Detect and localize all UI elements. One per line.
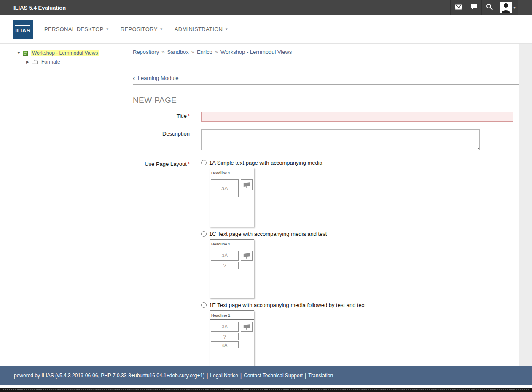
layout-radio-1a[interactable] [201, 160, 207, 165]
layout-thumbnail-1a[interactable]: Headline 1 aA [210, 168, 254, 227]
layout-option-1c: 1C Text page with accompanying media and… [201, 231, 519, 298]
required-marker: * [188, 161, 190, 167]
page-layout-label: Use Page Layout* [133, 160, 190, 366]
label-text: Description [162, 131, 190, 137]
text-block-placeholder: aA [211, 322, 239, 332]
text-block-placeholder: aA [211, 179, 239, 197]
top-bar: ILIAS 5.4 Evaluation ▾ [0, 0, 532, 15]
search-button[interactable] [481, 0, 497, 15]
footer-link-translation[interactable]: Translation [308, 373, 333, 379]
breadcrumb-separator: » [191, 49, 194, 55]
learning-module-icon [23, 51, 29, 56]
chevron-down-icon: ▼ [160, 27, 163, 31]
footer: powered by ILIAS (v5.4.3 2019-06-06, PHP… [0, 366, 532, 385]
tree-expand-toggle[interactable]: ▼ [17, 51, 23, 55]
footer-separator: | [305, 373, 306, 379]
chevron-down-icon: ▾ [513, 5, 516, 10]
media-icon [241, 251, 253, 261]
breadcrumb-item[interactable]: Sandbox [167, 49, 188, 55]
form-row-title: Title* [133, 112, 519, 122]
layout-radio-row-1a[interactable]: 1A Simple text page with accompanying me… [201, 160, 519, 166]
chat-icon [470, 4, 477, 12]
nav-label: PERSONAL DESKTOP [44, 26, 104, 32]
text-block-placeholder: aA [211, 341, 239, 348]
layout-option-1e: 1E Text page with accompanying media fol… [201, 302, 519, 366]
media-icon [241, 322, 253, 332]
tree-item-formate[interactable]: Formate [40, 59, 62, 65]
tree-row: ▼ Workshop - Lernmodul Views [0, 48, 126, 57]
layout-radio-1c[interactable] [201, 231, 207, 237]
nav-label: ADMINISTRATION [175, 26, 223, 32]
tree-row: ▶ Formate [0, 57, 126, 66]
back-link-label: Learning Module [138, 75, 179, 81]
main-panel: Repository»Sandbox»Enrico»Workshop - Ler… [126, 44, 532, 366]
thumbnail-headline: Headline 1 [210, 311, 254, 320]
layout-radio-1e[interactable] [201, 302, 207, 308]
folder-icon [32, 59, 38, 64]
layout-radio-row-1e[interactable]: 1E Text page with accompanying media fol… [201, 302, 519, 308]
required-marker: * [188, 113, 190, 119]
description-label: Description [133, 129, 190, 152]
page-title: NEW PAGE [133, 96, 519, 105]
form-row-description: Description [133, 129, 519, 152]
breadcrumb-item[interactable]: Enrico [197, 49, 212, 55]
title-label: Title* [133, 112, 190, 122]
footer-separator: | [207, 373, 208, 379]
app-title: ILIAS 5.4 Evaluation [13, 5, 66, 11]
breadcrumb: Repository»Sandbox»Enrico»Workshop - Ler… [133, 49, 519, 55]
footer-link-legal-notice[interactable]: Legal Notice [210, 373, 238, 379]
thumbnail-headline: Headline 1 [210, 240, 254, 248]
form-row-page-layout: Use Page Layout* 1A Simple text page wit… [133, 160, 519, 366]
layout-option-label: 1A Simple text page with accompanying me… [209, 160, 322, 166]
tree-item-workshop[interactable]: Workshop - Lernmodul Views [31, 50, 99, 56]
divider [133, 84, 519, 85]
breadcrumb-separator: » [161, 49, 164, 55]
repository-tree-sidebar: ▼ Workshop - Lernmodul Views ▶ Formate [0, 44, 126, 366]
layout-thumbnail-1e[interactable]: Headline 1 aA ? aA [210, 310, 254, 366]
chevron-down-icon: ▼ [225, 27, 228, 31]
title-input[interactable] [201, 112, 513, 122]
chevron-left-icon: ‹ [133, 76, 135, 81]
layout-option-1a: 1A Simple text page with accompanying me… [201, 160, 519, 227]
powered-by-text: powered by ILIAS (v5.4.3 2019-06-06, PHP… [14, 373, 204, 379]
search-icon [486, 3, 493, 12]
topbar-actions: ▾ [450, 0, 518, 15]
label-text: Use Page Layout [145, 161, 187, 167]
back-link-learning-module[interactable]: ‹ Learning Module [133, 75, 179, 81]
new-page-form: Title* Description [133, 112, 519, 366]
tree-expand-toggle[interactable]: ▶ [26, 60, 32, 64]
content-area: ▼ Workshop - Lernmodul Views ▶ Formate R… [0, 44, 532, 366]
footer-link-contact-support[interactable]: Contact Technical Support [244, 373, 303, 379]
footer-separator: | [240, 373, 242, 379]
breadcrumb-separator: » [215, 49, 218, 55]
breadcrumb-item[interactable]: Workshop - Lernmodul Views [220, 49, 292, 55]
nav-repository[interactable]: REPOSITORY ▼ [121, 26, 163, 32]
main-header: ILIAS PERSONAL DESKTOP ▼ REPOSITORY ▼ AD… [0, 15, 532, 44]
mail-button[interactable] [450, 0, 466, 15]
mail-icon [455, 4, 462, 11]
page-content: Repository»Sandbox»Enrico»Workshop - Ler… [126, 44, 519, 366]
chevron-down-icon: ▼ [106, 27, 109, 31]
ilias-logo[interactable]: ILIAS [13, 20, 33, 39]
user-menu-button[interactable]: ▾ [497, 0, 518, 15]
description-textarea[interactable] [201, 129, 480, 150]
layout-option-label: 1E Text page with accompanying media fol… [209, 302, 366, 308]
question-block-placeholder: ? [211, 262, 239, 269]
layout-radio-row-1c[interactable]: 1C Text page with accompanying media and… [201, 231, 519, 237]
nav-administration[interactable]: ADMINISTRATION ▼ [175, 26, 228, 32]
question-block-placeholder: ? [211, 333, 239, 340]
chat-button[interactable] [466, 0, 481, 15]
bottom-bar [0, 388, 532, 392]
breadcrumb-item[interactable]: Repository [133, 49, 159, 55]
text-block-placeholder: aA [211, 251, 239, 261]
nav-personal-desktop[interactable]: PERSONAL DESKTOP ▼ [44, 26, 109, 32]
nav-label: REPOSITORY [121, 26, 158, 32]
layout-option-label: 1C Text page with accompanying media and… [209, 231, 327, 237]
layout-thumbnail-1c[interactable]: Headline 1 aA ? [210, 239, 254, 298]
avatar [500, 2, 512, 13]
ilias-logo-text: ILIAS [15, 25, 30, 34]
media-icon [241, 179, 253, 190]
label-text: Title [177, 113, 187, 119]
thumbnail-headline: Headline 1 [210, 168, 254, 177]
